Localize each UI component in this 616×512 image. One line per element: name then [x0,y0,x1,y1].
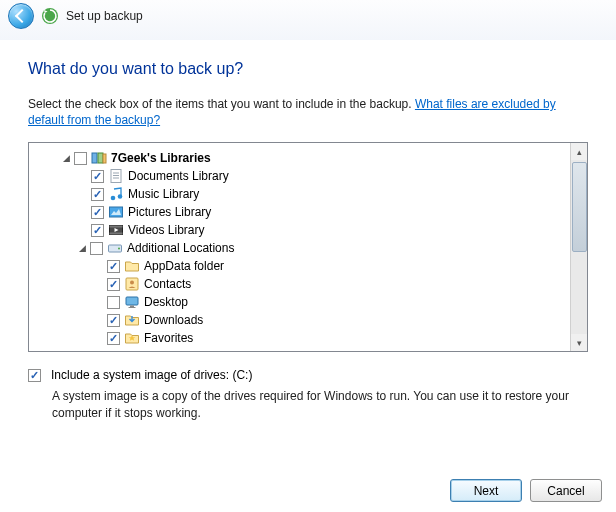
checkbox[interactable] [107,332,120,345]
favorites-icon [124,330,140,346]
tree-node-libraries[interactable]: 7Geek's Libraries [33,149,583,167]
tree-node-additional-locations[interactable]: Additional Locations [33,239,583,257]
drive-icon [107,240,123,256]
node-label: Documents Library [128,169,229,183]
tree-node-music[interactable]: Music Library [33,185,583,203]
page-description: Select the check box of the items that y… [28,96,588,128]
expand-toggle-icon[interactable] [61,153,72,164]
svg-rect-14 [110,233,123,235]
svg-rect-20 [126,297,138,305]
tree-content: 7Geek's Libraries Documents Library Musi… [29,143,587,351]
back-button[interactable] [8,3,34,29]
svg-rect-21 [130,306,134,308]
description-text: Select the check box of the items that y… [28,97,415,111]
scroll-thumb[interactable] [572,162,587,252]
node-label: Favorites [144,331,193,345]
svg-point-17 [118,248,120,250]
scroll-down-icon[interactable]: ▾ [571,334,588,351]
system-image-label: Include a system image of drives: (C:) [51,368,252,382]
svg-rect-1 [92,153,97,163]
checkbox[interactable] [91,170,104,183]
music-icon [108,186,124,202]
tree-node-downloads[interactable]: Downloads [33,311,583,329]
node-label: Downloads [144,313,203,327]
document-icon [108,168,124,184]
tree-node-favorites[interactable]: Favorites [33,329,583,347]
folder-icon [124,258,140,274]
backup-app-icon [40,6,60,26]
system-image-note: A system image is a copy of the drives r… [52,388,582,420]
checkbox[interactable] [107,314,120,327]
tree-node-desktop[interactable]: Desktop [33,293,583,311]
node-label: Contacts [144,277,191,291]
libraries-icon [91,150,107,166]
titlebar: Set up backup [0,0,616,32]
window-title: Set up backup [66,9,143,23]
checkbox[interactable] [91,224,104,237]
checkbox[interactable] [28,369,41,382]
tree-node-pictures[interactable]: Pictures Library [33,203,583,221]
system-image-checkbox-row[interactable]: Include a system image of drives: (C:) [28,368,588,382]
pictures-icon [108,204,124,220]
node-label: Music Library [128,187,199,201]
expand-toggle-icon[interactable] [77,243,88,254]
page-heading: What do you want to back up? [28,60,588,78]
svg-point-9 [118,195,123,200]
checkbox[interactable] [91,206,104,219]
tree-node-videos[interactable]: Videos Library [33,221,583,239]
svg-rect-3 [103,154,106,163]
wizard-buttons: Next Cancel [450,479,602,502]
checkbox[interactable] [90,242,103,255]
contacts-icon [124,276,140,292]
node-label: 7Geek's Libraries [111,151,211,165]
checkbox[interactable] [74,152,87,165]
node-label: Videos Library [128,223,205,237]
node-label: Pictures Library [128,205,211,219]
node-label: Desktop [144,295,188,309]
node-label: Additional Locations [127,241,234,255]
svg-point-19 [130,281,134,285]
downloads-icon [124,312,140,328]
checkbox[interactable] [107,296,120,309]
svg-rect-2 [98,153,103,163]
tree-node-contacts[interactable]: Contacts [33,275,583,293]
tree-node-documents[interactable]: Documents Library [33,167,583,185]
svg-point-8 [111,196,116,201]
checkbox[interactable] [107,278,120,291]
tree-node-appdata[interactable]: AppData folder [33,257,583,275]
cancel-button[interactable]: Cancel [530,479,602,502]
svg-rect-22 [129,307,136,308]
backup-items-tree: 7Geek's Libraries Documents Library Musi… [28,142,588,352]
svg-rect-10 [110,207,123,217]
scroll-up-icon[interactable]: ▴ [571,143,588,160]
next-button[interactable]: Next [450,479,522,502]
scrollbar[interactable]: ▴ ▾ [570,143,587,351]
desktop-icon [124,294,140,310]
svg-rect-13 [110,226,123,228]
node-label: AppData folder [144,259,224,273]
videos-icon [108,222,124,238]
checkbox[interactable] [91,188,104,201]
checkbox[interactable] [107,260,120,273]
